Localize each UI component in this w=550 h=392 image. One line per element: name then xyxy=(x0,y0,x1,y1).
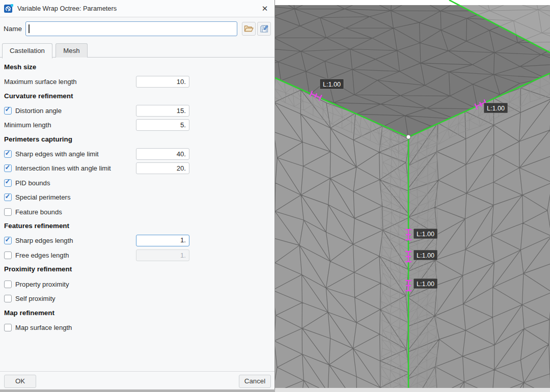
param-label: Intersection lines with angle limit xyxy=(15,164,111,172)
param-label: Self proximity xyxy=(15,295,56,302)
param-label: Map surface length xyxy=(15,324,72,331)
checkbox-checked[interactable]: ✓ xyxy=(4,150,12,158)
text-caret xyxy=(29,24,30,33)
check-icon: ✓ xyxy=(5,105,11,113)
param-row: Maximum surface length10. xyxy=(0,74,274,89)
param-label: Maximum surface length xyxy=(4,78,77,86)
param-row: ✓Sharp edges with angle limit40. xyxy=(0,147,274,161)
check-icon: ✓ xyxy=(5,149,11,157)
checkbox-checked[interactable]: ✓ xyxy=(4,193,12,201)
section-header: Features refinement xyxy=(0,219,274,233)
param-row: ✓PID bounds xyxy=(0,176,274,190)
param-row: Property proximity xyxy=(0,277,274,291)
param-row: Minimum length5. xyxy=(0,118,274,132)
parameters-body: Mesh sizeMaximum surface length10.Curvat… xyxy=(0,60,274,334)
parameters-dialog: Variable Wrap Octree: Parameters ✕ Name … xyxy=(0,0,275,389)
window-bottom-strip xyxy=(0,389,275,392)
footer-separator xyxy=(0,371,274,372)
checkbox-unchecked[interactable] xyxy=(4,324,12,331)
param-row: ✓Sharp edges length1. xyxy=(0,234,274,248)
section-header: Map refinement xyxy=(0,306,274,320)
checkbox-unchecked[interactable] xyxy=(4,251,12,259)
param-label: PID bounds xyxy=(15,179,50,187)
checkbox-checked[interactable]: ✓ xyxy=(4,107,12,115)
param-label: Minimum length xyxy=(4,121,51,129)
param-label: Property proximity xyxy=(15,281,69,288)
folder-open-icon xyxy=(244,24,254,33)
name-input[interactable] xyxy=(25,21,237,36)
measurement-label: L:1.00 xyxy=(417,281,434,288)
measurement-label: L:1.00 xyxy=(417,252,434,259)
check-icon: ✓ xyxy=(5,163,11,171)
check-icon: ✓ xyxy=(5,192,11,200)
save-button[interactable] xyxy=(257,22,271,36)
param-row: ✓Special perimeters xyxy=(0,190,274,205)
corner-vertex-dot xyxy=(406,135,410,139)
name-row: Name xyxy=(0,19,274,38)
value-input[interactable]: 40. xyxy=(136,148,189,160)
param-label: Special perimeters xyxy=(15,193,70,201)
dialog-titlebar: Variable Wrap Octree: Parameters ✕ xyxy=(0,0,274,17)
tab-bar: Castellation Mesh xyxy=(0,43,274,58)
footer: OK Cancel xyxy=(0,373,274,389)
section-header: Mesh size xyxy=(0,60,274,74)
value-input[interactable]: 20. xyxy=(136,162,189,174)
param-row: Map surface length xyxy=(0,320,274,334)
param-row: Free edges length1. xyxy=(0,248,274,262)
measurement-label: L:1.00 xyxy=(417,231,434,238)
value-input[interactable]: 1. xyxy=(136,249,189,261)
checkbox-checked[interactable]: ✓ xyxy=(4,164,12,172)
param-label: Distortion angle xyxy=(15,107,62,115)
param-row: Self proximity xyxy=(0,291,274,305)
app-icon xyxy=(4,4,13,13)
value-input[interactable]: 15. xyxy=(136,105,189,117)
section-header: Curvature refinement xyxy=(0,89,274,103)
section-header: Perimeters capturing xyxy=(0,132,274,147)
check-icon: ✓ xyxy=(5,178,11,185)
open-folder-button[interactable] xyxy=(242,22,256,36)
checkbox-checked[interactable]: ✓ xyxy=(4,237,12,244)
tab-mesh[interactable]: Mesh xyxy=(56,43,87,58)
checkbox-unchecked[interactable] xyxy=(4,208,12,216)
param-row: ✓Distortion angle15. xyxy=(0,103,274,118)
tab-castellation[interactable]: Castellation xyxy=(2,43,52,59)
param-label: Feature bounds xyxy=(15,208,62,216)
dialog-title: Variable Wrap Octree: Parameters xyxy=(17,5,259,12)
param-label: Sharp edges length xyxy=(15,237,73,244)
name-label: Name xyxy=(4,25,22,33)
measurement-label: L:1.00 xyxy=(323,81,341,88)
measurement-label: L:1.00 xyxy=(487,105,505,112)
section-header: Proximity refinement xyxy=(0,262,274,276)
save-icon xyxy=(260,24,269,33)
close-icon[interactable]: ✕ xyxy=(259,3,270,14)
cancel-button[interactable]: Cancel xyxy=(239,375,271,388)
value-input[interactable]: 10. xyxy=(136,76,189,88)
3d-viewport[interactable]: L:1.00L:1.00L:1.00L:1.00L:1.00 xyxy=(275,0,550,392)
param-row: Feature bounds xyxy=(0,205,274,219)
checkbox-checked[interactable]: ✓ xyxy=(4,179,12,187)
ok-button[interactable]: OK xyxy=(4,375,36,388)
value-input[interactable]: 5. xyxy=(136,119,189,131)
param-row: ✓Intersection lines with angle limit20. xyxy=(0,161,274,176)
checkbox-unchecked[interactable] xyxy=(4,295,12,302)
value-input[interactable]: 1. xyxy=(136,235,189,246)
check-icon: ✓ xyxy=(5,236,11,243)
param-label: Sharp edges with angle limit xyxy=(15,150,99,158)
param-label: Free edges length xyxy=(15,251,69,259)
checkbox-unchecked[interactable] xyxy=(4,281,12,288)
